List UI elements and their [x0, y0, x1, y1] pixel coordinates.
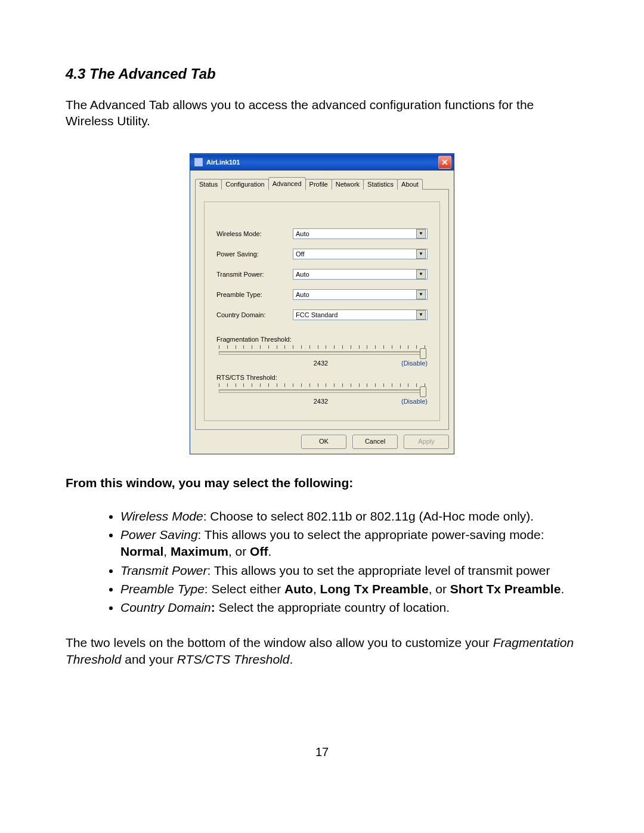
wireless-mode-value: Auto [296, 230, 309, 237]
section-intro: The Advanced Tab allows you to access th… [66, 97, 578, 129]
slider-thumb-icon[interactable] [420, 386, 426, 397]
titlebar: AirLink101 ✕ [190, 154, 454, 171]
frag-threshold-slider[interactable] [216, 345, 428, 358]
chevron-down-icon: ▼ [416, 310, 426, 320]
section-heading: The Advanced Tab [89, 66, 216, 82]
list-item: Wireless Mode: Choose to select 802.11b … [120, 508, 578, 525]
closing-paragraph: The two levels on the bottom of the wind… [66, 634, 578, 668]
tab-panel: Wireless Mode: Auto ▼ Power Saving: Off … [195, 189, 449, 430]
country-domain-value: FCC Standard [296, 311, 338, 318]
page-number: 17 [66, 745, 578, 759]
transmit-power-label: Transmit Power: [216, 271, 293, 278]
close-icon: ✕ [441, 157, 448, 167]
tab-status[interactable]: Status [195, 179, 222, 190]
country-domain-select[interactable]: FCC Standard ▼ [293, 309, 428, 320]
slider-thumb-icon[interactable] [420, 348, 426, 359]
transmit-power-select[interactable]: Auto ▼ [293, 269, 428, 280]
rts-threshold-label: RTS/CTS Threshold: [216, 374, 428, 381]
apply-button: Apply [404, 435, 449, 449]
frag-disable-link[interactable]: (Disable) [401, 360, 428, 367]
chevron-down-icon: ▼ [416, 249, 426, 259]
power-saving-label: Power Saving: [216, 250, 293, 258]
chevron-down-icon: ▼ [416, 229, 426, 239]
tab-network[interactable]: Network [332, 179, 364, 190]
tab-advanced[interactable]: Advanced [268, 177, 306, 190]
preamble-type-label: Preamble Type: [216, 291, 293, 298]
frag-threshold-value: 2432 [240, 360, 401, 367]
chevron-down-icon: ▼ [416, 270, 426, 279]
tab-statistics[interactable]: Statistics [363, 179, 398, 190]
wireless-mode-select[interactable]: Auto ▼ [293, 228, 428, 239]
subheading: From this window, you may select the fol… [66, 476, 578, 490]
list-item: Power Saving: This allows you to select … [120, 527, 578, 561]
power-saving-select[interactable]: Off ▼ [293, 249, 428, 259]
tab-profile[interactable]: Profile [305, 179, 332, 190]
ok-button[interactable]: OK [301, 435, 346, 449]
preamble-type-value: Auto [296, 291, 309, 298]
app-window: AirLink101 ✕ Status Configuration Advanc… [190, 153, 454, 454]
chevron-down-icon: ▼ [416, 290, 426, 299]
section-title: 4.3 The Advanced Tab [66, 66, 578, 82]
country-domain-label: Country Domain: [216, 311, 293, 318]
term-wireless-mode: Wireless Mode [120, 509, 203, 523]
rts-threshold-value: 2432 [240, 398, 401, 405]
wireless-mode-label: Wireless Mode: [216, 230, 293, 237]
list-item: Preamble Type: Select either Auto, Long … [120, 581, 578, 597]
transmit-power-value: Auto [296, 271, 309, 278]
button-row: OK Cancel Apply [195, 435, 449, 449]
feature-list: Wireless Mode: Choose to select 802.11b … [66, 508, 578, 617]
list-item: Transmit Power: This allows you to set t… [120, 562, 578, 579]
term-preamble-type: Preamble Type [120, 582, 205, 596]
term-power-saving: Power Saving [120, 528, 198, 541]
term-country-domain: Country Domain [120, 600, 211, 614]
rts-disable-link[interactable]: (Disable) [401, 398, 428, 405]
window-title: AirLink101 [206, 159, 240, 166]
preamble-type-select[interactable]: Auto ▼ [293, 289, 428, 300]
rts-threshold-slider[interactable] [216, 383, 428, 397]
cancel-button[interactable]: Cancel [352, 435, 398, 449]
section-number: 4.3 [66, 66, 85, 82]
tab-configuration[interactable]: Configuration [221, 179, 268, 190]
app-icon [194, 157, 203, 167]
settings-group: Wireless Mode: Auto ▼ Power Saving: Off … [204, 202, 440, 421]
term-transmit-power: Transmit Power [120, 563, 207, 577]
tab-strip: Status Configuration Advanced Profile Ne… [195, 177, 449, 190]
tab-about[interactable]: About [397, 179, 423, 190]
list-item: Country Domain: Select the appropriate c… [120, 599, 578, 616]
close-button[interactable]: ✕ [438, 156, 451, 169]
frag-threshold-label: Fragmentation Threshold: [216, 336, 428, 343]
power-saving-value: Off [296, 250, 304, 258]
